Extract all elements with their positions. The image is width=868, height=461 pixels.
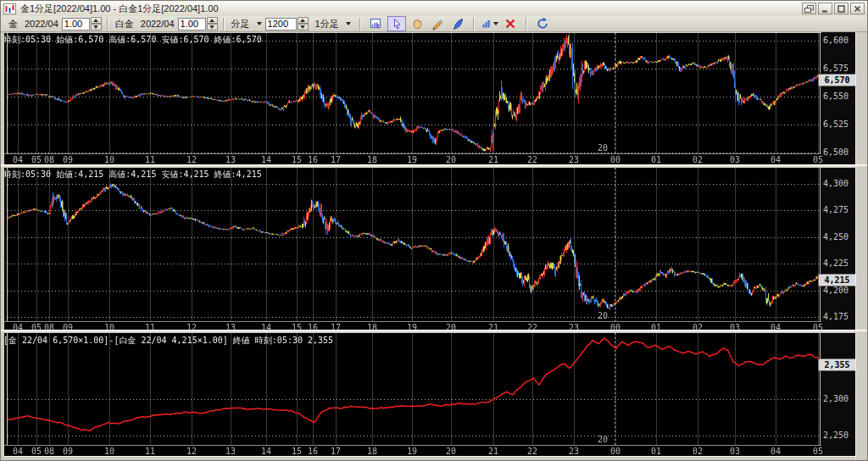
toolbar-separator	[359, 18, 361, 31]
last-price-box: 2,355	[818, 358, 856, 371]
gold-chart-info: 時刻:05:30 始値:6,570 高値:6,570 安値:6,570 終値:6…	[3, 34, 262, 46]
chevron-down-icon[interactable]	[257, 22, 262, 25]
spread-chart-panel: [金 22/04 6,570×1.00]-[白金 22/04 4,215×1.0…	[1, 333, 855, 456]
duplicate-window-button[interactable]	[802, 3, 816, 14]
toolbar-separator	[473, 18, 475, 31]
hand-pan-button[interactable]	[408, 16, 426, 31]
delete-x-icon	[504, 17, 517, 31]
delete-drawings-button[interactable]	[501, 16, 520, 31]
bar-chart-icon	[481, 17, 492, 31]
gold-x-axis: 0405080910111213141516171819202122230001…	[1, 153, 821, 164]
x-axis-hour-label: 23	[565, 447, 583, 456]
spread-chart-canvas[interactable]	[1, 333, 821, 456]
x-axis-hour-label: 04	[8, 155, 27, 164]
pencil-draw-button[interactable]	[428, 16, 447, 31]
panel-splitter[interactable]	[1, 330, 868, 333]
platinum-contract-month[interactable]: 2022/04	[141, 19, 175, 29]
x-axis-hour-label: 00	[606, 447, 625, 456]
x-axis-hour-label: 14	[257, 447, 275, 456]
x-axis-hour-label: 02	[688, 447, 707, 456]
x-axis-hour-label: 01	[647, 155, 665, 164]
y-axis-tick-label: 6,600	[823, 36, 849, 45]
x-axis-hour-label: 00	[606, 155, 625, 164]
x-axis-hour-label: 16	[303, 447, 322, 456]
toolbar-separator	[107, 18, 108, 31]
x-axis-hour-label: 09	[58, 155, 77, 164]
window-frame-left	[1, 32, 4, 461]
x-axis-hour-label: 17	[326, 155, 345, 164]
minimize-button[interactable]	[818, 3, 832, 14]
y-axis-tick-label: 4,275	[823, 205, 849, 214]
gold-contract-month[interactable]: 2022/04	[25, 19, 58, 29]
day-change-label: 20	[594, 435, 611, 444]
x-axis-hour-label: 09	[58, 447, 77, 456]
gold-label: 金	[8, 18, 18, 31]
last-price-box: 6,570	[818, 74, 856, 86]
x-axis-hour-label: 18	[363, 447, 381, 456]
gold-multiplier-input[interactable]	[62, 18, 90, 31]
chevron-down-icon[interactable]	[346, 22, 351, 25]
y-axis-tick-label: 4,175	[823, 312, 849, 321]
platinum-chart-panel: 時刻:05:30 始値:4,215 高値:4,215 安値:4,215 終値:4…	[1, 168, 855, 330]
window-frame-right	[855, 32, 868, 461]
window-title: 金1分足[2022/04]1.00 - 白金1分足[2022/04]1.00	[20, 3, 800, 15]
x-axis-hour-label: 04	[766, 155, 785, 164]
x-axis-hour-label: 05	[809, 447, 827, 456]
y-axis-tick-label: 6,575	[823, 64, 849, 73]
x-axis-hour-label: 19	[403, 447, 421, 456]
interval-dropdown[interactable]: 1分足	[315, 18, 339, 31]
toolbar-separator	[223, 18, 225, 31]
platinum-multiplier-input[interactable]	[178, 18, 206, 31]
x-axis-hour-label: 13	[221, 155, 240, 164]
platinum-multiplier-spinner[interactable]	[207, 17, 218, 31]
gold-chart-canvas[interactable]	[1, 32, 821, 164]
x-axis-hour-label: 17	[326, 447, 345, 456]
bar-type-dropdown[interactable]: 分足	[231, 18, 250, 31]
x-axis-hour-label: 03	[726, 155, 744, 164]
x-axis-hour-label: 03	[726, 447, 744, 456]
platinum-chart-canvas[interactable]	[1, 168, 821, 330]
spread-x-axis: 0405080910111213141516171819202122230001…	[1, 445, 821, 456]
y-axis-tick-label: 6,525	[823, 119, 849, 129]
quill-draw-button[interactable]	[448, 16, 467, 31]
platinum-y-axis: 4,3004,2754,2504,2254,2004,1754,215	[821, 168, 855, 330]
refresh-icon	[536, 17, 549, 31]
platinum-chart-info: 時刻:05:30 始値:4,215 高値:4,215 安値:4,215 終値:4…	[3, 169, 262, 181]
x-axis-hour-label: 20	[442, 447, 460, 456]
x-axis-hour-label: 23	[565, 155, 583, 164]
x-axis-hour-label: 08	[40, 155, 58, 164]
chart-select-button[interactable]	[367, 16, 386, 31]
x-axis-hour-label: 22	[523, 447, 542, 456]
title-bar[interactable]: 金1分足[2022/04]1.00 - 白金1分足[2022/04]1.00	[1, 1, 867, 16]
panel-splitter[interactable]	[1, 164, 868, 168]
app-window: 金1分足[2022/04]1.00 - 白金1分足[2022/04]1.00 金…	[0, 0, 868, 461]
refresh-button[interactable]	[533, 16, 552, 31]
x-axis-hour-label: 08	[40, 447, 58, 456]
x-axis-hour-label: 10	[100, 155, 119, 164]
maximize-button[interactable]	[834, 3, 849, 14]
chart-style-button[interactable]	[481, 16, 499, 31]
bar-count-spinner[interactable]	[298, 17, 309, 31]
chart-select-icon	[370, 17, 383, 31]
cursor-mode-button[interactable]	[387, 16, 406, 31]
x-axis-hour-label: 10	[100, 447, 119, 456]
toolbar: 金 2022/04 白金 2022/04 分足 1分足	[1, 16, 867, 32]
toolbar-separator	[526, 18, 527, 31]
candlestick-app-icon	[3, 3, 16, 14]
x-axis-hour-label: 13	[221, 447, 240, 456]
x-axis-hour-label: 04	[766, 447, 785, 456]
x-axis-hour-label: 12	[182, 447, 201, 456]
gold-y-axis: 6,6006,5756,5506,5256,5006,570	[821, 32, 855, 164]
chevron-down-icon	[493, 22, 498, 25]
gold-multiplier-spinner[interactable]	[91, 17, 102, 31]
y-axis-tick-label: 6,550	[823, 92, 849, 101]
y-axis-tick-label: 4,200	[823, 286, 849, 295]
last-price-box: 4,215	[818, 274, 856, 286]
gold-chart-panel: 時刻:05:30 始値:6,570 高値:6,570 安値:6,570 終値:6…	[1, 32, 855, 164]
window-frame-bottom	[1, 456, 868, 461]
quill-icon	[451, 17, 465, 31]
close-button[interactable]	[850, 3, 865, 14]
y-axis-tick-label: 4,225	[823, 258, 849, 268]
bar-count-input[interactable]	[265, 18, 297, 31]
day-change-label: 20	[594, 311, 611, 320]
